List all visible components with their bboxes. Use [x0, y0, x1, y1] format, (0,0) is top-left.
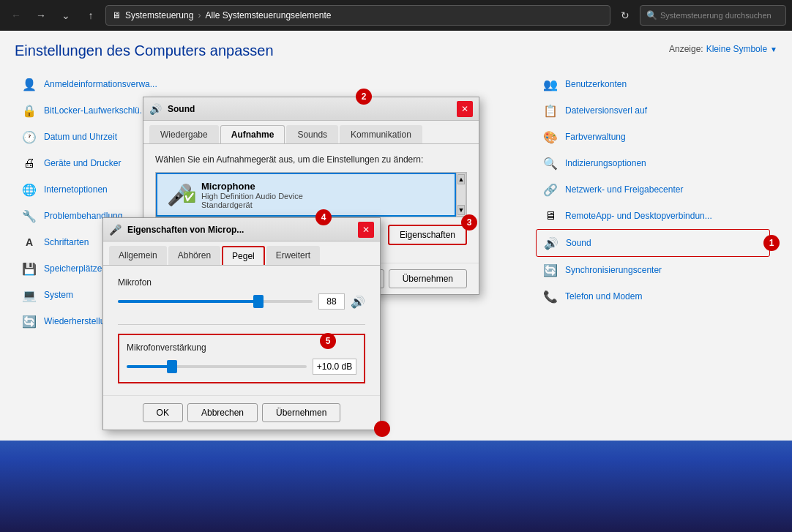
- props-dialog-title: Eigenschaften von Microp...: [127, 225, 352, 235]
- path1: Systemsteuerung: [125, 10, 193, 20]
- cp-item-telefon-label: Telefon und Modem: [565, 291, 642, 301]
- cp-item-datum-label: Datum und Uhrzeit: [44, 132, 117, 142]
- boost-slider-row: +10.0 dB: [127, 359, 356, 375]
- mikrofon-value[interactable]: 88: [318, 293, 345, 310]
- tab-wiedergabe[interactable]: Wiedergabe: [149, 125, 219, 143]
- step-2-badge: 2: [356, 89, 372, 105]
- cp-item-benutzer[interactable]: 👥 Benutzerkonten: [536, 71, 770, 97]
- mikrofon-slider-thumb[interactable]: [253, 295, 264, 308]
- cp-item-anmelde[interactable]: 👤 Anmeldeinformationsverwa...: [15, 71, 249, 97]
- cp-item-system-label: System: [44, 290, 73, 300]
- props-tab-pegel[interactable]: Pegel: [222, 246, 265, 265]
- system-icon: 💻: [20, 286, 38, 304]
- props-tabs: Allgemein Abhören Pegel Erweitert: [103, 241, 380, 266]
- speicher-icon: 💾: [20, 260, 38, 277]
- cp-item-remote[interactable]: 🖥 RemoteApp- und Desktopverbindun...: [536, 203, 770, 229]
- cp-item-schrift-label: Schriftarten: [44, 237, 89, 247]
- cp-item-bitlocker-label: BitLocker-Laufwerkschlü...: [44, 105, 147, 116]
- mikrofon-slider-track[interactable]: [118, 300, 313, 303]
- search-placeholder: Systemsteuerung durchsuchen: [660, 11, 772, 20]
- right-cp-items: 👥 Benutzerkonten 📋 Dateiversionsverl auf…: [536, 71, 770, 310]
- farb-icon: 🎨: [542, 128, 559, 146]
- schrift-icon: A: [20, 233, 38, 251]
- cp-item-benutzer-label: Benutzerkonten: [565, 79, 627, 89]
- page-title: Einstellungen des Computers anpassen: [15, 42, 274, 59]
- bitlocker-icon: 🔒: [20, 102, 38, 119]
- boost-slider-thumb[interactable]: [167, 360, 177, 373]
- datei-icon: 📋: [542, 102, 559, 119]
- view-dropdown-icon[interactable]: ▼: [770, 45, 777, 53]
- props-tab-erweitert[interactable]: Erweitert: [266, 246, 320, 265]
- device-name: Microphone: [201, 181, 447, 192]
- sound-ubernehmen-button[interactable]: Übernehmen: [389, 269, 467, 288]
- benutzer-icon: 👥: [542, 75, 559, 93]
- cp-item-internet-label: Internetoptionen: [44, 184, 108, 195]
- sep1: ›: [198, 10, 201, 20]
- telefon-icon: 📞: [542, 288, 559, 305]
- remote-icon: 🖥: [542, 207, 559, 225]
- device-sub: High Definition Audio Device: [201, 192, 447, 201]
- props-ubernehmen-button[interactable]: Übernehmen: [262, 403, 340, 422]
- tab-aufnahme[interactable]: Aufnahme: [220, 125, 285, 143]
- step-1-badge: 1: [763, 235, 780, 251]
- properties-dialog: 4 🎤 Eigenschaften von Microp... ✕ Allgem…: [102, 217, 381, 430]
- step-4-badge: 4: [315, 209, 332, 225]
- cp-item-datei-label: Dateiversionsverl auf: [565, 105, 647, 116]
- cp-item-datei[interactable]: 📋 Dateiversionsverl auf: [536, 97, 770, 124]
- device-microphone[interactable]: 🎤 ✅ Microphone High Definition Audio Dev…: [156, 173, 456, 217]
- address-bar: ← → ⌄ ↑ 🖥 Systemsteuerung › Alle Systems…: [0, 0, 792, 31]
- sound-icon: 🔊: [542, 234, 560, 252]
- cp-item-indizier[interactable]: 🔍 Indizierungsoptionen: [536, 150, 770, 176]
- view-link[interactable]: Kleine Symbole: [706, 44, 767, 54]
- back-button[interactable]: ←: [6, 5, 26, 26]
- history-button[interactable]: ⌄: [56, 5, 76, 26]
- sound-dialog-close[interactable]: ✕: [457, 101, 473, 117]
- mikrofon-slider-fill: [118, 300, 258, 303]
- speaker-mute-icon[interactable]: 🔊: [351, 295, 365, 309]
- cp-item-geraete-label: Geräte und Drucker: [44, 158, 121, 168]
- props-footer: OK Abbrechen Übernehmen: [103, 395, 380, 430]
- tab-sounds[interactable]: Sounds: [286, 125, 338, 143]
- cp-item-farb-label: Farbverwaltung: [565, 132, 626, 142]
- up-button[interactable]: ↑: [81, 5, 101, 26]
- step-5-badge-placeholder: [374, 421, 390, 437]
- search-field[interactable]: 🔍 Systemsteuerung durchsuchen: [640, 5, 786, 26]
- cp-item-telefon[interactable]: 📞 Telefon und Modem: [536, 283, 770, 310]
- view-prefix: Anzeige:: [669, 44, 703, 54]
- address-field[interactable]: 🖥 Systemsteuerung › Alle Systemsteuerung…: [105, 5, 610, 26]
- cp-item-sound-label: Sound: [566, 238, 591, 248]
- anmelde-icon: 👤: [20, 75, 38, 93]
- cp-item-farb[interactable]: 🎨 Farbverwaltung: [536, 124, 770, 150]
- props-dialog-close[interactable]: ✕: [358, 222, 374, 238]
- props-tab-allgemein[interactable]: Allgemein: [109, 246, 167, 265]
- main-content: Einstellungen des Computers anpassen Anz…: [0, 31, 792, 532]
- tab-kommunikation[interactable]: Kommunikation: [340, 125, 422, 143]
- cp-item-netzwerk-label: Netzwerk- und Freigabecenter: [565, 184, 683, 195]
- step-5-badge: 5: [320, 333, 336, 349]
- divider: [118, 324, 365, 325]
- device-info: Microphone High Definition Audio Device …: [201, 181, 447, 209]
- device-list-scrollbar[interactable]: ▲ ▼: [456, 173, 466, 217]
- props-body: Mikrofon 88 🔊 Mikrofonverstärkung: [103, 266, 380, 395]
- boost-slider-track[interactable]: [127, 365, 307, 368]
- cp-item-remote-label: RemoteApp- und Desktopverbindun...: [565, 211, 712, 221]
- forward-button[interactable]: →: [31, 5, 51, 26]
- cp-item-indizier-label: Indizierungsoptionen: [565, 158, 646, 168]
- path-icon: 🖥: [112, 10, 121, 20]
- cp-item-sync-label: Synchronisierungscenter: [565, 265, 662, 275]
- boost-value[interactable]: +10.0 dB: [313, 359, 356, 375]
- refresh-button[interactable]: ↻: [615, 5, 635, 26]
- props-ok-button[interactable]: OK: [143, 403, 183, 422]
- step-3-badge: 3: [461, 214, 477, 231]
- mikrofon-section: Mikrofon 88 🔊: [118, 277, 365, 310]
- geraete-icon: 🖨: [20, 154, 38, 172]
- sound-dialog-tabs: Wiedergabe Aufnahme Sounds Kommunikation: [143, 121, 479, 144]
- device-default: Standardgerät: [201, 201, 447, 209]
- props-abbrechen-button[interactable]: Abbrechen: [187, 403, 258, 422]
- props-tab-abhoren[interactable]: Abhören: [168, 246, 220, 265]
- cp-item-speicher-label: Speicherplätze: [44, 263, 102, 274]
- cp-item-sound[interactable]: 🔊 Sound 1: [536, 229, 770, 257]
- cp-item-sync[interactable]: 🔄 Synchronisierungscenter: [536, 257, 770, 283]
- eigenschaften-button[interactable]: Eigenschaften: [388, 225, 467, 245]
- cp-item-netzwerk[interactable]: 🔗 Netzwerk- und Freigabecenter: [536, 176, 770, 203]
